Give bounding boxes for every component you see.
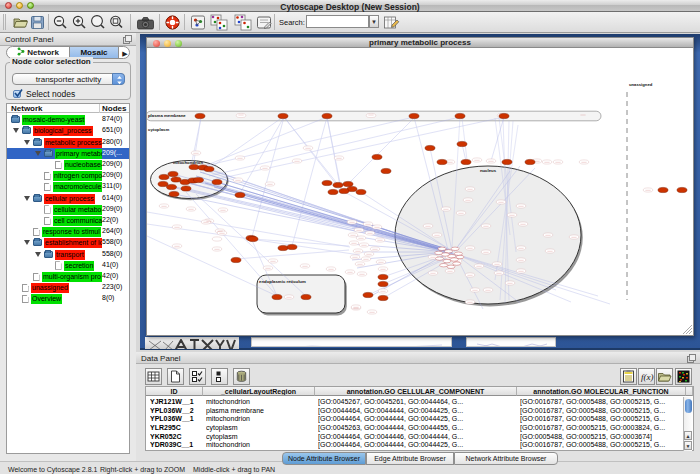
svg-text:nucleus: nucleus xyxy=(480,168,497,173)
svg-text:mitochondrion: mitochondrion xyxy=(173,160,203,165)
svg-text:cytoplasm: cytoplasm xyxy=(148,127,169,132)
svg-text:unassigned: unassigned xyxy=(629,82,653,87)
svg-text:plasma membrane: plasma membrane xyxy=(148,113,186,118)
svg-text:endoplasmic reticulum: endoplasmic reticulum xyxy=(259,279,306,284)
svg-text:f(x): f(x) xyxy=(641,372,654,382)
